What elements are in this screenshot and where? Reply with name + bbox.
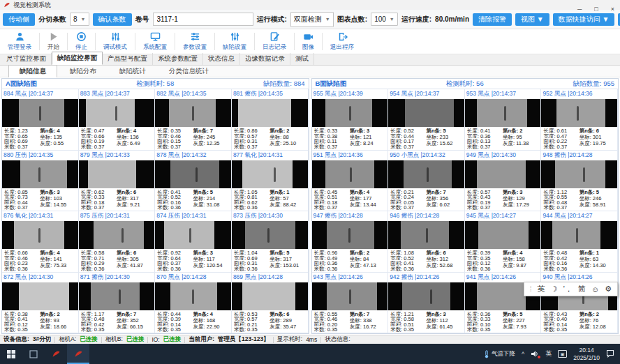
ime-english-mode[interactable]: 英 [538, 284, 545, 294]
meta-coordinate: 坐标: 246 [580, 195, 615, 202]
defect-cell[interactable]: 942 擦伤 |20:14:26长度: 1.21宽度: 0.58面积: 0.51… [388, 273, 465, 334]
defect-cell[interactable]: 945 黑点 |20:14:27长度: 0.39宽度: 0.35面积: 0.12… [465, 211, 542, 273]
toolbar-button-tune-v[interactable]: 调试模式 [96, 29, 135, 54]
moon-icon[interactable]: ☽ [551, 285, 558, 294]
defect-cell[interactable]: 873 压伤 |20:14:30长度: 1.04宽度: 0.69面积: 0.31… [232, 211, 309, 273]
defect-mark [426, 228, 428, 243]
toolbar-button-log[interactable]: 日志记录 [255, 29, 294, 54]
meta-area: 面积: 0.14 [157, 321, 193, 327]
meta-gray-level: 灰度: 14.55 [40, 202, 75, 208]
defect-cell[interactable]: 878 黑点 |20:14:32长度: 0.41宽度: 0.52面积: 0.16… [155, 151, 232, 212]
ime-tray-icon[interactable]: ▣ [558, 350, 567, 358]
meta-coordinate: 坐标: 129 [503, 195, 538, 202]
drive-side-button[interactable]: 传动侧 [3, 13, 35, 26]
smiley-icon[interactable]: ☺ [591, 285, 599, 294]
ime-punctuation-mode[interactable]: ’， [563, 284, 572, 294]
meta-right-column: 第n条: 4坐标: 177灰度: 13.44 [350, 189, 385, 211]
view-menu-button[interactable]: 视图 ▼ [515, 13, 549, 26]
window-controls: ─ □ × [577, 6, 614, 13]
defect-cell[interactable]: 944 黑点 |20:14:27长度: 0.48宽度: 0.42面积: 0.16… [541, 211, 618, 273]
toolbar-button-sliders-v[interactable]: 缺陷设置 [215, 29, 254, 54]
toolbar-button-sliders-h[interactable]: 参数设置 [175, 29, 214, 54]
toolbar-button-monitor[interactable]: 系统配置 [135, 29, 175, 54]
meta-coordinate: 坐标: 88 [270, 134, 305, 140]
notification-center-icon[interactable] [606, 349, 614, 359]
tray-expand-icon[interactable]: ^ [522, 351, 524, 358]
toolbar-button-camera[interactable]: 图像 [295, 29, 322, 54]
sub-tab[interactable]: 缺陷分布 [59, 66, 107, 77]
image-black-band-right [374, 160, 388, 188]
roll-number-input[interactable] [153, 13, 253, 26]
defect-cell[interactable]: 879 黑点 |20:14:33长度: 0.62宽度: 0.33面积: 0.18… [79, 151, 156, 212]
ime-simplified-mode[interactable]: 简 [578, 284, 586, 294]
defect-cell[interactable]: 872 黑点 |20:14:30长度: 0.38宽度: 0.41面积: 0.12… [2, 273, 79, 334]
sub-tab[interactable]: 分类信息统计 [158, 66, 219, 77]
taskbar-app-icon[interactable] [45, 344, 67, 364]
weather-widget[interactable]: 气温下降 [484, 350, 515, 358]
meta-coordinate: 坐标: 103 [40, 195, 75, 202]
main-tab[interactable]: 缺陷监控界面 [52, 52, 103, 65]
sub-tab[interactable]: 缺陷信息 [8, 65, 57, 78]
speaker-icon[interactable] [531, 350, 539, 358]
toolbar-button-stop[interactable]: 停止 [68, 29, 95, 54]
defect-cell[interactable]: 875 压伤 |20:14:31长度: 0.58宽度: 0.71面积: 0.29… [79, 211, 156, 273]
defect-cell[interactable]: 883 黑点 |20:14:37长度: 0.47宽度: 0.66面积: 0.19… [79, 89, 156, 151]
meta-gray-level: 灰度: 88.42 [270, 202, 305, 208]
defect-cell[interactable]: 946 擦伤 |20:14:28长度: 1.08宽度: 0.52面积: 0.41… [388, 211, 465, 273]
defect-cell[interactable]: 871 擦伤 |20:14:30长度: 1.17宽度: 0.48面积: 0.42… [79, 273, 156, 334]
meta-right-column: 第n条: 5坐标: 233灰度: 15.62 [426, 128, 462, 149]
taskbar-clock[interactable]: 20:14 2025/2/10 [573, 347, 600, 361]
minimize-button[interactable]: ─ [577, 6, 582, 13]
defect-cell[interactable]: 880 压伤 |20:14:35长度: 0.85宽度: 0.73面积: 0.44… [2, 151, 79, 212]
clear-alarm-button[interactable]: 清除报警 [473, 13, 512, 26]
sub-tab[interactable]: 缺陷统计 [109, 66, 156, 77]
defect-cell[interactable]: 948 擦伤 |20:14:28长度: 1.12宽度: 0.55面积: 0.48… [541, 151, 618, 212]
defect-cell[interactable]: 951 黑点 |20:14:36长度: 0.45宽度: 0.51面积: 0.18… [312, 151, 389, 212]
defect-cell[interactable]: 877 氧化 |20:14:31长度: 1.05宽度: 0.81面积: 0.62… [232, 151, 309, 212]
close-button[interactable]: × [611, 6, 614, 13]
defect-cell[interactable]: 869 黑点 |20:14:28长度: 0.53宽度: 0.57面积: 0.21… [232, 273, 309, 334]
meta-length: 长度: 0.41 [157, 189, 193, 195]
gear-icon[interactable]: ⚙ [605, 285, 612, 294]
main-tab[interactable]: 产品型号配置 [103, 53, 153, 65]
maximize-button[interactable]: □ [594, 6, 598, 13]
main-tab[interactable]: 边缘数据记录 [240, 53, 290, 65]
defect-cell[interactable]: 952 黑点 |20:14:36长度: 0.61宽度: 0.47面积: 0.22… [541, 89, 618, 151]
cell-header: 872 黑点 |20:14:30 [2, 273, 78, 282]
main-tab[interactable]: 测试 [290, 53, 314, 65]
toolbar-button-play[interactable]: 开始 [40, 29, 67, 54]
chart-points-select[interactable]: 100 ▼ [371, 13, 398, 26]
run-mode-select[interactable]: 双面检测 ▼ [290, 12, 334, 27]
defect-cell[interactable]: 874 压伤 |20:14:31长度: 0.92宽度: 0.64面积: 0.37… [155, 211, 232, 273]
defect-cell[interactable]: 953 黑点 |20:14:37长度: 0.41宽度: 0.36面积: 0.13… [465, 89, 542, 151]
defect-cell[interactable]: 949 黑点 |20:14:30长度: 0.57宽度: 0.43面积: 0.19… [465, 151, 542, 212]
defect-cell[interactable]: 955 黑点 |20:14:39长度: 0.33宽度: 0.38面积: 0.11… [312, 89, 389, 151]
main-tab[interactable]: 尺寸监控界面 [1, 53, 52, 65]
defect-cell[interactable]: 881 擦伤 |20:14:35长度: 0.86宽度: 0.57面积: 0.31… [232, 89, 309, 151]
defect-cell[interactable]: 954 黑点 |20:14:37长度: 0.52宽度: 0.44面积: 0.17… [388, 89, 465, 151]
start-button[interactable] [0, 344, 22, 364]
defect-cell[interactable]: 950 小黑点 |20:14:32长度: 0.21宽度: 0.24面积: 0.0… [388, 151, 465, 212]
confirm-strips-button[interactable]: 确认条数 [93, 13, 132, 26]
cell-header: 954 黑点 |20:14:37 [388, 89, 464, 98]
defect-mark [192, 289, 194, 304]
meta-width: 宽度: 0.52 [390, 255, 426, 261]
defect-cell[interactable]: 876 氧化 |20:14:31长度: 0.66宽度: 0.46面积: 0.23… [2, 211, 79, 273]
defect-cell[interactable]: 882 黑点 |20:14:35长度: 0.35宽度: 0.46面积: 0.15… [155, 89, 232, 151]
toolbar-button-user[interactable]: 管理登录 [0, 29, 39, 54]
taskbar-app-icon-active[interactable] [67, 344, 89, 364]
data-shortcut-menu-button[interactable]: 数据快捷访问 ▼ [553, 13, 615, 26]
main-tab[interactable]: 系统参数配置 [153, 53, 203, 65]
language-indicator[interactable]: 英 [545, 349, 552, 358]
defect-cell[interactable]: 884 黑点 |20:14:37长度: 1.23宽度: 0.65面积: 0.69… [2, 89, 79, 151]
defect-cell[interactable]: 943 黑点 |20:14:26长度: 0.55宽度: 0.46面积: 0.20… [312, 273, 389, 334]
defect-cell[interactable]: 870 黑点 |20:14:28长度: 0.44宽度: 0.39面积: 0.14… [155, 273, 232, 334]
task-view-icon[interactable] [22, 344, 45, 364]
toolbar-button-exit[interactable]: 退出程序 [323, 29, 362, 54]
meta-right-column: 第n条: 7坐标: 356灰度: 6.02 [426, 189, 462, 211]
meta-area: 面积: 0.18 [81, 199, 117, 205]
strip-count-select[interactable]: 8 ▼ [70, 13, 89, 26]
meta-length: 长度: 0.52 [390, 128, 426, 133]
defect-cell[interactable]: 947 擦伤 |20:14:28长度: 0.96宽度: 0.49面积: 0.36… [312, 211, 389, 273]
main-tab[interactable]: 状态信息 [203, 53, 240, 65]
